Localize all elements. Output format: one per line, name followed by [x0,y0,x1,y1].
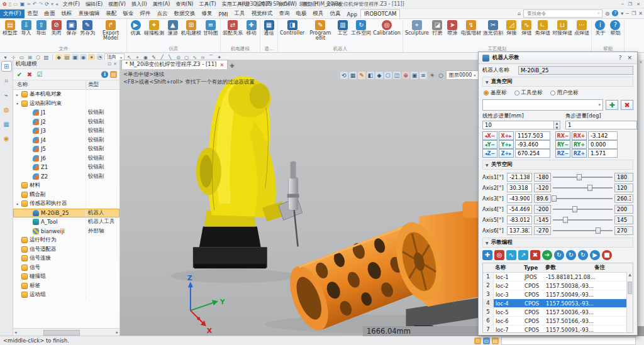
menu-item[interactable]: 编辑(E) [83,1,105,8]
jog-neg-button[interactable]: ◂Y− [482,140,497,149]
mini-toolbar-icon[interactable]: ◧ [367,72,374,79]
slider-thumb[interactable] [563,217,568,223]
table-row[interactable]: 2 loc-2 CPOS 1157.50038,-93... [483,282,633,290]
about-button[interactable]: i 关于 [593,19,608,36]
tree-row[interactable]: 材料 [13,181,119,190]
apply-button[interactable]: ✔ [16,71,23,79]
ribbon-tab[interactable]: 焊件 [137,9,154,18]
status-window-icon[interactable]: ▭ [483,337,490,344]
ribbon-tab[interactable]: 工具 [231,9,248,18]
tree-row[interactable]: ▾ 运动副和约束 [13,99,119,109]
table-row[interactable]: 5 loc-5 CPOS 1157.50036,-93... [483,308,633,317]
coordinate-radio[interactable]: 基座标 [484,89,507,97]
move-button[interactable]: ✚ 移动 [244,19,258,36]
panel-dock-icon[interactable]: ⊡ [108,62,111,67]
axis-value-input[interactable] [507,226,532,235]
table-scrollbar[interactable]: ▲ [626,272,633,332]
table-row[interactable]: 1 loc-1 JPOS -15.88181,21.08... [483,273,633,282]
workspace-button[interactable]: ↻ 工作空间 [350,19,372,36]
slider-thumb[interactable] [587,185,592,191]
add-frame-button[interactable]: ✚ [606,100,618,110]
rot-neg-button[interactable]: RX− [555,131,570,140]
manager-assembly[interactable]: ⌁ [2,90,11,100]
remove-frame-button[interactable]: ✖ [621,100,633,110]
quick-access-icon[interactable]: ▯ [9,1,11,8]
table-row[interactable]: 4 loc-4 CPOS 1157.50053,-93... [483,299,633,308]
menu-item[interactable]: 视图(V) [106,1,128,8]
loop2-icon[interactable]: ↻ [566,250,576,260]
axis-value-input[interactable] [507,173,532,182]
tree-row[interactable]: 标签 [13,282,119,291]
bulb-off-icon[interactable]: ○ [437,72,445,79]
manager-mechatronics[interactable]: ⊞ [2,62,11,71]
status-input[interactable] [501,337,636,345]
slider-thumb[interactable] [552,195,557,202]
axis-value-input[interactable] [507,183,532,192]
manager-settings[interactable]: ◍ [2,105,11,114]
axis-value-input[interactable] [507,194,532,203]
table-row[interactable]: 3 loc-3 CPOS 1157.50049,-93... [483,290,633,299]
tree-row[interactable]: 信号连接 [13,254,119,263]
tree-row[interactable]: bianweiji 外部轴 [13,227,119,236]
jog-move-icon[interactable]: ✚ [482,250,492,260]
tree-row[interactable]: J2 铰链副 [13,118,119,127]
cancel-button[interactable]: ✖ [26,71,33,79]
quick-access-icon[interactable]: ▾ [51,1,53,8]
panel-close-icon[interactable]: ✕ [113,62,117,67]
mini-toolbar-icon[interactable]: ⊕ [402,72,409,79]
manager-user[interactable]: ◉ [2,134,11,143]
jog-value-field[interactable] [515,131,550,140]
simulate-button[interactable]: ▶ 仿真 [128,19,143,36]
tree-row[interactable]: 信号 [13,263,119,273]
gantt-button[interactable]: ≡ 甘特图 [203,19,219,36]
rot-value-field[interactable] [588,131,618,140]
collision-check-button[interactable]: ✦ 碰撞检测 [143,19,165,36]
mini-toolbar-icon[interactable]: ≡ [419,72,427,79]
process-button[interactable]: ▥ 工艺 [335,19,350,36]
quick-access-icon[interactable]: ▭ [13,1,18,8]
spray-button[interactable]: ➤ 喷涂 [445,19,460,36]
ribbon-tab[interactable]: 装配 [103,9,120,18]
point-path-icon[interactable]: ↗ [518,250,528,260]
export-model-button[interactable]: ↱ Export Model [96,19,125,42]
status-window-icon[interactable]: ▤ [492,337,499,344]
tree-row[interactable]: J6 铰链副 [13,154,119,163]
angular-step-input[interactable] [565,121,637,129]
stop-icon[interactable]: ■ [602,250,612,260]
help-icon[interactable]: ? [612,10,618,16]
tree-row[interactable]: 运动组 [13,290,119,300]
rot-pos-button[interactable]: RY+ [572,140,587,149]
doc-minimize-button[interactable]: ─ [626,11,629,16]
stepper-arrows[interactable]: ▲▼ [554,121,560,129]
axis-slider[interactable] [553,173,613,181]
tree-row[interactable]: M-20iB_25 机器人 [13,209,119,218]
axis-slider[interactable] [553,205,613,213]
ribbon-tab[interactable]: IROBOTCAM [360,9,400,18]
butt-weld-button[interactable]: ⊔ 对接焊缝 [552,19,573,36]
jog-pos-button[interactable]: X+▸ [499,131,514,140]
rot-value-field[interactable] [588,149,618,158]
ribbon-tab[interactable]: 视觉样式 [248,9,276,18]
tree-row[interactable]: 碰撞组 [13,272,119,282]
axis-slider[interactable] [553,195,613,202]
menu-item[interactable]: 插入(I) [129,1,150,8]
mechatronics-button[interactable]: ⊞ 机电建模 [180,19,202,36]
quick-access-icon[interactable]: ▣ [20,1,25,8]
expand-arrow-icon[interactable]: ▸ [15,92,19,97]
search-input[interactable] [526,10,596,17]
table-row[interactable]: 6 loc-6 CPOS 1157.50166,-93... [483,317,633,326]
tree-row[interactable]: J3 铰链副 [13,126,119,136]
quick-access-icon[interactable]: ↶ [33,1,37,8]
info-icon[interactable]: i [101,71,108,78]
rot-value-field[interactable] [588,140,618,149]
model-library-button[interactable]: ▤ 模型库 [2,19,18,36]
menu-item[interactable]: 工具(T) [197,1,219,8]
controller-button[interactable]: ◨ Controller [279,19,305,36]
arc-additive-button[interactable]: ↯ 电弧增材 [460,19,482,36]
ribbon-tab[interactable]: 点云 [154,9,171,18]
jog-neg-button[interactable]: ◂Z− [482,149,497,158]
dialog-help-button[interactable]: ? [618,55,623,61]
doc-restore-button[interactable]: ❐ [631,11,636,16]
save-as-button[interactable]: ✎ 另存为 [79,19,96,36]
mini-toolbar-icon[interactable]: ▦ [349,72,357,79]
